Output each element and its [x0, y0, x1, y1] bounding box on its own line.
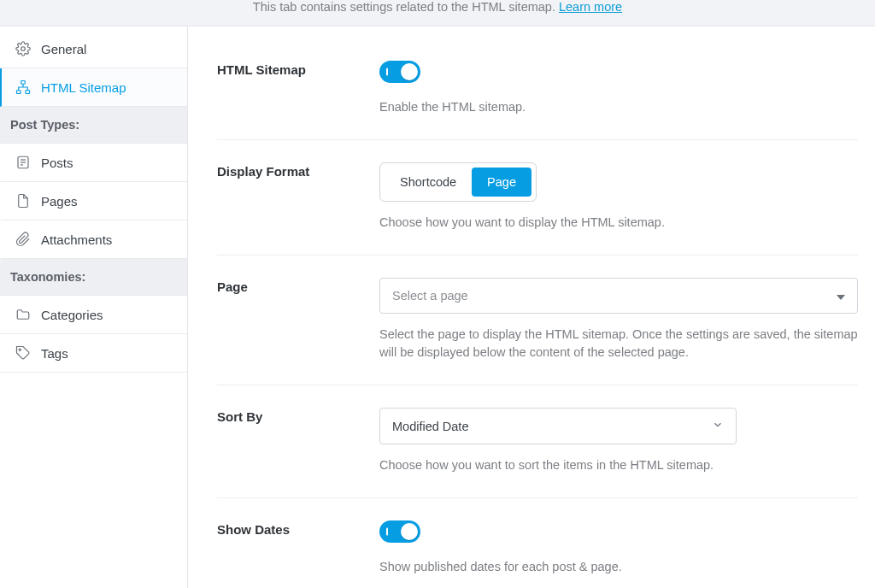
- field-display-format: Display Format Shortcode Page Choose how…: [217, 140, 858, 256]
- folder-icon: [15, 307, 31, 322]
- field-label: Display Format: [217, 162, 379, 232]
- field-label: HTML Sitemap: [217, 61, 379, 117]
- field-desc: Choose how you want to display the HTML …: [379, 214, 858, 232]
- sidebar-section-taxonomies: Taxonomies:: [0, 259, 187, 296]
- sidebar-item-label: Tags: [41, 346, 68, 361]
- sort-by-value: Modified Date: [392, 420, 468, 433]
- chevron-down-icon: [712, 419, 724, 433]
- display-format-segmented: Shortcode Page: [379, 162, 537, 202]
- sort-by-select[interactable]: Modified Date: [379, 408, 737, 444]
- field-label: Sort By: [217, 408, 379, 475]
- sidebar-item-posts[interactable]: Posts: [0, 144, 187, 182]
- field-desc: Choose how you want to sort the items in…: [379, 456, 858, 475]
- svg-rect-1: [21, 81, 26, 85]
- posts-icon: [15, 155, 31, 170]
- display-format-page[interactable]: Page: [472, 168, 531, 197]
- sidebar-item-label: HTML Sitemap: [41, 80, 126, 95]
- pages-icon: [15, 193, 31, 209]
- sidebar-item-html-sitemap[interactable]: HTML Sitemap: [0, 68, 187, 107]
- sidebar-section-post-types: Post Types:: [0, 107, 187, 144]
- field-page: Page Select a page Select the page to di…: [217, 256, 858, 386]
- sidebar-item-label: Posts: [41, 156, 73, 170]
- svg-point-8: [19, 349, 21, 350]
- field-desc: Show published dates for each post & pag…: [379, 558, 858, 577]
- attachment-icon: [15, 232, 31, 247]
- field-sort-by: Sort By Modified Date Choose how you wan…: [217, 385, 858, 498]
- field-label: Page: [217, 278, 379, 363]
- svg-point-0: [21, 47, 26, 51]
- field-label: Show Dates: [217, 520, 379, 577]
- svg-rect-2: [17, 91, 21, 94]
- sidebar-item-general[interactable]: General: [0, 30, 187, 68]
- page-select[interactable]: Select a page: [379, 278, 858, 314]
- sidebar-item-categories[interactable]: Categories: [0, 296, 187, 334]
- sidebar-item-pages[interactable]: Pages: [0, 182, 187, 220]
- tag-icon: [15, 345, 31, 361]
- gear-icon: [15, 41, 31, 56]
- show-dates-toggle[interactable]: [379, 520, 420, 543]
- sidebar-item-label: Pages: [41, 194, 78, 209]
- field-desc: Enable the HTML sitemap.: [379, 98, 858, 117]
- sidebar-item-label: Categories: [41, 308, 103, 322]
- settings-sidebar: General HTML Sitemap Post Types: Posts: [0, 26, 188, 588]
- field-show-dates: Show Dates Show published dates for each…: [217, 498, 858, 588]
- chevron-down-icon: [837, 289, 845, 303]
- info-banner-text: This tab contains settings related to th…: [253, 0, 555, 14]
- display-format-shortcode[interactable]: Shortcode: [385, 168, 472, 197]
- sidebar-item-attachments[interactable]: Attachments: [0, 220, 187, 259]
- sitemap-icon: [15, 79, 31, 95]
- svg-rect-3: [26, 91, 30, 94]
- sidebar-item-label: Attachments: [41, 232, 112, 247]
- settings-panel: HTML Sitemap Enable the HTML sitemap. Di…: [188, 26, 875, 588]
- sidebar-item-label: General: [41, 42, 86, 56]
- page-select-placeholder: Select a page: [392, 289, 468, 303]
- field-html-sitemap: HTML Sitemap Enable the HTML sitemap.: [217, 56, 858, 140]
- html-sitemap-toggle[interactable]: [379, 61, 420, 83]
- info-banner: This tab contains settings related to th…: [0, 0, 875, 26]
- sidebar-item-tags[interactable]: Tags: [0, 334, 187, 373]
- learn-more-link[interactable]: Learn more: [559, 0, 622, 14]
- field-desc: Select the page to display the HTML site…: [379, 326, 858, 363]
